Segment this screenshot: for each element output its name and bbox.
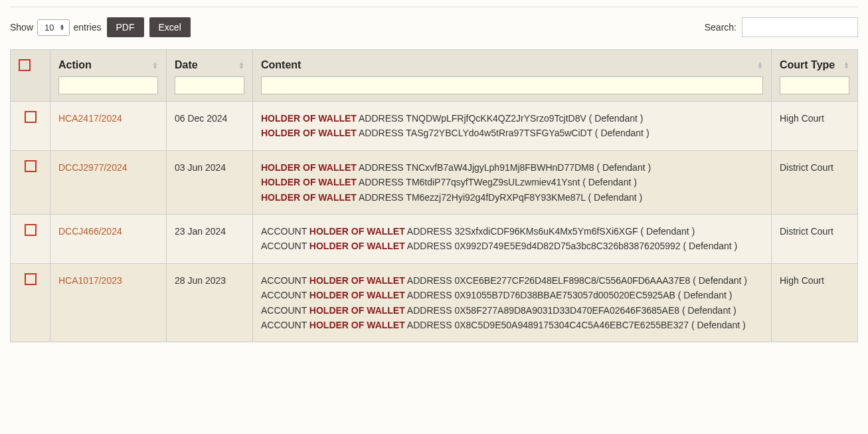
header-court-type[interactable]: Court Type ▲▼ xyxy=(772,50,858,102)
cell-court-type: High Court xyxy=(772,263,858,342)
header-date[interactable]: Date ▲▼ xyxy=(167,50,253,102)
cell-action: DCCJ2977/2024 xyxy=(50,150,167,214)
cell-date: 03 Jun 2024 xyxy=(167,150,253,214)
cell-action: HCA1017/2023 xyxy=(50,263,167,342)
table-row: DCCJ2977/202403 Jun 2024HOLDER OF WALLET… xyxy=(11,150,858,214)
entries-select[interactable]: 10 ▲▼ xyxy=(37,19,69,36)
cell-date: 23 Jan 2024 xyxy=(167,214,253,263)
search-label: Search: xyxy=(705,22,737,33)
row-checkbox[interactable] xyxy=(25,160,37,172)
header-court-label: Court Type xyxy=(780,59,835,71)
header-content-label: Content xyxy=(261,59,301,71)
cell-content: HOLDER OF WALLET ADDRESS TNCxvfB7aW4Jjgy… xyxy=(253,150,772,214)
header-select-all xyxy=(11,50,50,102)
row-checkbox[interactable] xyxy=(25,224,37,236)
row-checkbox-cell xyxy=(11,263,50,342)
cell-content: ACCOUNT HOLDER OF WALLET ADDRESS 32Sxfxd… xyxy=(253,214,772,263)
select-all-checkbox[interactable] xyxy=(19,59,31,71)
highlight-term: HOLDER OF WALLET xyxy=(261,113,357,124)
highlight-term: HOLDER OF WALLET xyxy=(309,226,405,237)
cell-date: 06 Dec 2024 xyxy=(167,102,253,151)
table-body: HCA2417/202406 Dec 2024HOLDER OF WALLET … xyxy=(11,102,858,342)
pdf-button[interactable]: PDF xyxy=(107,17,144,37)
header-action-label: Action xyxy=(58,59,92,71)
header-content[interactable]: Content ▲▼ xyxy=(253,50,772,102)
row-checkbox[interactable] xyxy=(25,111,37,123)
cell-content: ACCOUNT HOLDER OF WALLET ADDRESS 0XCE6BE… xyxy=(253,263,772,342)
highlight-term: HOLDER OF WALLET xyxy=(309,320,405,330)
highlight-term: HOLDER OF WALLET xyxy=(261,177,357,187)
action-link[interactable]: DCCJ466/2024 xyxy=(58,226,122,237)
filter-content-input[interactable] xyxy=(261,76,763,94)
filter-action-input[interactable] xyxy=(58,76,158,94)
header-date-label: Date xyxy=(175,59,198,71)
search-input[interactable] xyxy=(742,17,858,37)
highlight-term: HOLDER OF WALLET xyxy=(309,275,405,286)
table-row: HCA2417/202406 Dec 2024HOLDER OF WALLET … xyxy=(11,102,858,151)
cell-action: HCA2417/2024 xyxy=(50,102,167,151)
highlight-term: HOLDER OF WALLET xyxy=(261,192,357,203)
highlight-term: HOLDER OF WALLET xyxy=(309,290,405,300)
toolbar: Show 10 ▲▼ entries PDF Excel Search: xyxy=(10,17,858,37)
filter-date-input[interactable] xyxy=(175,76,244,94)
action-link[interactable]: DCCJ2977/2024 xyxy=(58,162,128,173)
row-checkbox-cell xyxy=(11,150,50,214)
cell-action: DCCJ466/2024 xyxy=(50,214,167,263)
show-label: Show xyxy=(10,22,33,33)
sort-icon: ▲▼ xyxy=(843,61,849,69)
table-row: DCCJ466/202423 Jan 2024ACCOUNT HOLDER OF… xyxy=(11,214,858,263)
row-checkbox[interactable] xyxy=(25,273,37,285)
highlight-term: HOLDER OF WALLET xyxy=(261,128,357,138)
entries-value: 10 xyxy=(44,23,54,33)
sort-icon: ▲▼ xyxy=(152,61,158,69)
sort-icon: ▲▼ xyxy=(757,61,763,69)
highlight-term: HOLDER OF WALLET xyxy=(309,305,405,316)
entries-label: entries xyxy=(74,22,102,33)
row-checkbox-cell xyxy=(11,214,50,263)
header-action[interactable]: Action ▲▼ xyxy=(50,50,167,102)
highlight-term: HOLDER OF WALLET xyxy=(309,241,405,251)
select-arrows-icon: ▲▼ xyxy=(60,24,65,31)
cell-court-type: District Court xyxy=(772,214,858,263)
table-row: HCA1017/202328 Jun 2023ACCOUNT HOLDER OF… xyxy=(11,263,858,342)
cell-court-type: District Court xyxy=(772,150,858,214)
highlight-term: HOLDER OF WALLET xyxy=(261,162,357,173)
excel-button[interactable]: Excel xyxy=(149,17,191,37)
cell-content: HOLDER OF WALLET ADDRESS TNQDWpLFRjfQcKK… xyxy=(253,102,772,151)
row-checkbox-cell xyxy=(11,102,50,151)
sort-icon: ▲▼ xyxy=(238,61,244,69)
filter-court-input[interactable] xyxy=(780,76,849,94)
action-link[interactable]: HCA2417/2024 xyxy=(58,113,122,124)
cell-court-type: High Court xyxy=(772,102,858,151)
cell-date: 28 Jun 2023 xyxy=(167,263,253,342)
results-table: Action ▲▼ Date ▲▼ Content ▲▼ xyxy=(10,49,858,342)
action-link[interactable]: HCA1017/2023 xyxy=(58,275,122,286)
